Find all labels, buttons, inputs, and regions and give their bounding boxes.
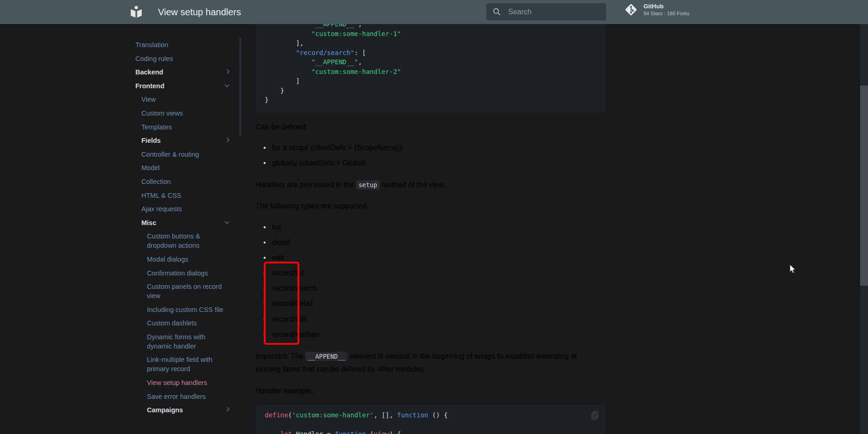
paragraph-types-supported: The following types are supported: [255, 201, 605, 211]
list-item: for a scope (clientDefs > {ScopeName}) [255, 143, 605, 153]
sidebar-item-label: Campaigns [147, 406, 183, 414]
sidebar-item-label: Dynamic forms with dynamic handler [147, 333, 206, 350]
sidebar-item-custom-views[interactable]: Custom views [134, 109, 240, 118]
list-item: globally (clientDefs > Global) [255, 159, 605, 168]
sidebar-item-label: View setup handlers [147, 379, 207, 386]
sidebar-scrollbar-thumb[interactable] [239, 37, 241, 137]
list-item: edit [255, 253, 605, 263]
paragraph-can-be-defined: Can be defined: [255, 122, 605, 132]
sidebar-item-label: Translation [135, 41, 168, 49]
sidebar-item-ajax-requests[interactable]: Ajax requests [134, 204, 240, 214]
sidebar-item-label: Ajax requests [141, 205, 182, 213]
paragraph-important: Important: The __APPEND__ element is nee… [255, 350, 593, 375]
list-item: record/list [255, 269, 605, 278]
code-block-handler-example: define('custom:some-handler', [], functi… [255, 405, 605, 434]
github-stats: 94 Stars · 180 Forks [643, 11, 690, 17]
sidebar-item-label: Custom panels on record view [147, 283, 222, 300]
sidebar-item-label: HTML & CSS [141, 192, 181, 199]
code-line [265, 420, 598, 430]
sidebar-item-including-custom-css-file[interactable]: Including custom CSS file [134, 305, 240, 314]
list-item: record/detail [255, 299, 605, 308]
paragraph-handler-example: Handler example: [255, 386, 605, 396]
main-scrollbar[interactable] [860, 24, 868, 434]
sidebar-item-frontend[interactable]: Frontend [134, 81, 240, 91]
sidebar-item-label: Model [141, 164, 160, 171]
sidebar-item-custom-panels-on-record-view[interactable]: Custom panels on record view [134, 282, 240, 300]
sidebar-item-backend[interactable]: Backend [134, 67, 240, 77]
code-line: define('custom:some-handler', [], functi… [265, 410, 598, 420]
code-line: "record/search": [ [265, 48, 598, 58]
chevron-right-icon [225, 138, 230, 142]
annotation-rectangle [264, 262, 299, 345]
inline-code: __APPEND__ [305, 352, 347, 361]
inline-code: setup [356, 180, 380, 189]
sidebar-nav: TranslationCoding rulesBackendFrontendVi… [134, 24, 240, 419]
code-line: "__APPEND__", [265, 57, 598, 67]
sidebar-item-label: Link-multiple field with primary record [147, 356, 212, 373]
chevron-down-icon [225, 219, 230, 224]
code-line: } [265, 95, 598, 105]
sidebar-item-model[interactable]: Model [134, 163, 240, 172]
code-line: } [265, 86, 598, 96]
sidebar-item-translation[interactable]: Translation [134, 40, 240, 49]
sidebar-item-templates[interactable]: Templates [134, 122, 240, 132]
sidebar-item-label: Modal dialogs [147, 256, 188, 263]
sidebar-item-label: Custom buttons & dropdown actions [147, 232, 200, 249]
code-line: let Handler = function (view) { [265, 429, 598, 434]
code-line: ], [265, 38, 598, 48]
sidebar-item-label: Including custom CSS file [147, 306, 223, 313]
sidebar-item-custom-buttons-dropdown-actions[interactable]: Custom buttons & dropdown actions [134, 232, 240, 250]
app-header: View setup handlers GitHub 94 Stars · 18… [0, 0, 868, 24]
docs-book-logo-icon[interactable] [129, 5, 143, 19]
chevron-right-icon [225, 407, 230, 412]
sidebar-item-label: Misc [141, 219, 156, 226]
sidebar-item-view-setup-handlers[interactable]: View setup handlers [134, 378, 240, 387]
copy-icon[interactable] [590, 410, 600, 420]
sidebar-item-label: Fields [141, 137, 161, 144]
sidebar-item-html-css[interactable]: HTML & CSS [134, 191, 240, 200]
list-item: list [255, 223, 605, 232]
sidebar-item-label: Frontend [135, 82, 164, 90]
chevron-right-icon [225, 69, 230, 74]
list-item: record/kanban [255, 330, 605, 339]
sidebar-item-label: Save error handlers [147, 393, 206, 400]
sidebar-item-modal-dialogs[interactable]: Modal dialogs [134, 255, 240, 264]
mouse-cursor [789, 264, 797, 276]
code-block-clientdefs-json: "__APPEND__", "custom:some-handler-1" ],… [255, 14, 605, 112]
list-item: record/edit [255, 315, 605, 324]
sidebar-item-dynamic-forms-with-dynamic-handler[interactable]: Dynamic forms with dynamic handler [134, 332, 240, 351]
sidebar-item-view[interactable]: View [134, 95, 240, 104]
sidebar-item-confirmation-dialogs[interactable]: Confirmation dialogs [134, 269, 240, 278]
sidebar-item-label: Confirmation dialogs [147, 269, 208, 277]
sidebar-item-label: Collection [141, 178, 171, 185]
page-title: View setup handlers [158, 0, 241, 24]
sidebar-item-collection[interactable]: Collection [134, 177, 240, 186]
search-box[interactable] [486, 3, 606, 20]
sidebar-item-custom-dashlets[interactable]: Custom dashlets [134, 318, 240, 328]
paragraph-handlers-processed: Handlers are processed in the setup meth… [255, 180, 605, 190]
list-item: record/search [255, 284, 605, 293]
sidebar-item-save-error-handlers[interactable]: Save error handlers [134, 392, 240, 401]
sidebar-item-campaigns[interactable]: Campaigns [134, 405, 240, 415]
code-line: "custom:some-handler-2" [265, 67, 598, 77]
sidebar-item-label: Backend [135, 68, 163, 76]
sidebar-item-controller-routing[interactable]: Controller & routing [134, 150, 240, 159]
sidebar-item-label: Custom dashlets [147, 319, 197, 327]
defined-scopes-list: for a scope (clientDefs > {ScopeName})gl… [255, 143, 605, 174]
search-input[interactable] [486, 3, 606, 20]
chevron-down-icon [225, 82, 230, 87]
page: View setup handlers GitHub 94 Stars · 18… [0, 0, 868, 434]
code-line: ] [265, 76, 598, 86]
github-link[interactable]: GitHub 94 Stars · 180 Forks [624, 2, 690, 17]
main-scrollbar-thumb[interactable] [860, 86, 868, 286]
list-item: detail [255, 238, 605, 247]
sidebar-item-label: Coding rules [135, 55, 173, 62]
sidebar-item-fields[interactable]: Fields [134, 136, 240, 145]
sidebar-item-coding-rules[interactable]: Coding rules [134, 54, 240, 63]
sidebar-item-label: Controller & routing [141, 151, 199, 158]
sidebar-item-label: Custom views [141, 110, 183, 117]
git-fork-icon [624, 2, 638, 17]
handler-types-list: listdetaileditrecord/listrecord/searchre… [255, 223, 605, 345]
sidebar-item-misc[interactable]: Misc [134, 218, 240, 227]
sidebar-item-link-multiple-field-with-primary-record[interactable]: Link-multiple field with primary record [134, 355, 240, 373]
